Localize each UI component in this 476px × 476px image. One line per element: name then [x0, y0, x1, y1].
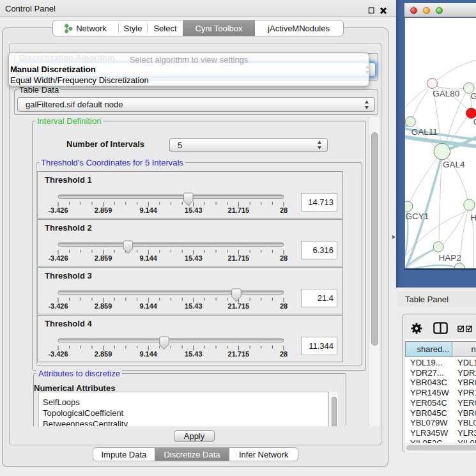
svg-text:28: 28 [280, 206, 288, 214]
svg-text:GAL80: GAL80 [433, 89, 459, 98]
svg-text:GCY1: GCY1 [406, 211, 429, 221]
svg-text:2.859: 2.859 [95, 302, 112, 310]
svg-text:9.144: 9.144 [139, 254, 157, 262]
svg-text:GAL: GAL [471, 91, 476, 101]
svg-text:GAL4: GAL4 [443, 160, 465, 169]
svg-text:9.144: 9.144 [139, 206, 157, 214]
svg-text:-3.426: -3.426 [48, 302, 68, 310]
svg-text:21.715: 21.715 [228, 302, 250, 310]
svg-text:15.43: 15.43 [185, 350, 203, 358]
svg-text:28: 28 [280, 302, 288, 310]
svg-text:-3.426: -3.426 [48, 254, 68, 262]
svg-text:HA: HA [470, 213, 476, 222]
svg-text:21.715: 21.715 [228, 254, 250, 262]
svg-text:21.715: 21.715 [228, 350, 250, 358]
svg-text:-3.426: -3.426 [48, 206, 68, 214]
svg-text:-3.426: -3.426 [48, 350, 68, 358]
svg-text:GAL11: GAL11 [411, 127, 438, 137]
svg-text:28: 28 [280, 350, 288, 358]
svg-text:15.43: 15.43 [185, 254, 203, 262]
svg-text:2.859: 2.859 [95, 254, 112, 262]
svg-text:9.144: 9.144 [139, 302, 157, 310]
svg-text:15.43: 15.43 [185, 302, 203, 310]
svg-text:21.715: 21.715 [228, 206, 250, 214]
svg-text:28: 28 [280, 254, 288, 262]
svg-text:HAP2: HAP2 [438, 253, 461, 263]
svg-text:CO: CO [473, 117, 476, 127]
svg-text:15.43: 15.43 [185, 206, 203, 214]
svg-text:2.859: 2.859 [95, 350, 112, 358]
svg-text:9.144: 9.144 [139, 350, 157, 358]
svg-text:2.859: 2.859 [95, 206, 112, 214]
